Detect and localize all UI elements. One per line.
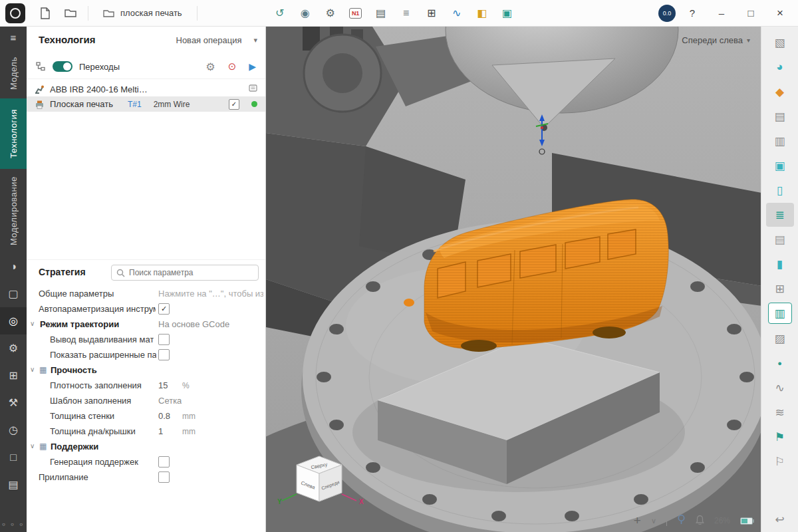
flag-icon[interactable]: ⚑ xyxy=(766,425,794,449)
hatch-icon[interactable]: ▨ xyxy=(766,327,794,350)
extruder-icon[interactable]: ▣ xyxy=(766,154,794,178)
param-row-adhesion[interactable]: Прилипание xyxy=(27,469,265,485)
checkbox[interactable] xyxy=(158,334,170,345)
frame-icon[interactable]: □ xyxy=(0,444,27,471)
printer-icon[interactable]: ▤ xyxy=(0,471,27,498)
tree-row-operation[interactable]: Плоская печать T#1 2mm Wire ✓ xyxy=(27,96,265,112)
verify-icon[interactable]: ⊙ xyxy=(228,61,237,72)
chart-icon[interactable]: ∿ xyxy=(445,3,469,23)
param-row-top-bottom[interactable]: Толщина дна/крышки 1 mm xyxy=(27,424,265,439)
new-operation-dropdown[interactable]: Новая операция ▾ xyxy=(176,35,258,45)
operation-checkbox[interactable]: ✓ xyxy=(229,99,239,110)
view-modes-icon[interactable]: ▧ xyxy=(766,31,794,55)
param-row-general[interactable]: Общие параметры Нажмите на "…", чтобы из… xyxy=(27,286,265,301)
open-project-button[interactable] xyxy=(59,3,82,23)
undo-icon[interactable]: ↺ xyxy=(268,3,292,23)
transitions-toggle[interactable] xyxy=(53,61,72,72)
tab-model[interactable]: Модель xyxy=(0,48,27,98)
slice-layers-icon[interactable]: ≣ xyxy=(766,203,794,227)
cartridge-icon[interactable]: ▯ xyxy=(766,178,794,202)
param-value[interactable]: 1 xyxy=(158,426,163,436)
param-row-infill-pattern[interactable]: Шаблон заполнения Сетка xyxy=(27,393,265,408)
param-row-advanced[interactable]: Показать расширенные пара xyxy=(27,347,265,362)
tab-technology[interactable]: Технология xyxy=(0,98,27,169)
param-row-autotool[interactable]: Автопараметризация инструм ✓ xyxy=(27,301,265,317)
probe-pin-icon[interactable] xyxy=(677,514,686,527)
calculator-icon[interactable]: ⊞ xyxy=(420,3,444,23)
chevron-down-icon[interactable]: ∨ xyxy=(30,442,35,450)
checkbox[interactable] xyxy=(158,349,170,360)
chevron-down-icon[interactable]: ∨ xyxy=(30,320,35,327)
view-orientation-label: Спереди слева xyxy=(682,35,743,45)
param-row-infill-density[interactable]: Плотность заполнения 15 % xyxy=(27,378,265,393)
param-label: Показать расширенные пара xyxy=(50,350,156,360)
workpiece-icon[interactable]: ⊞ xyxy=(0,362,27,389)
clone-parts-icon[interactable]: ⊞ xyxy=(766,277,794,301)
scene-canvas[interactable]: Сверху Слева Спереди Y X xyxy=(266,27,761,532)
param-row-wall-thickness[interactable]: Толщина стенки 0.8 mm xyxy=(27,408,265,424)
simulation-icon[interactable]: ◉ xyxy=(293,3,317,23)
palette-icon[interactable]: ◧ xyxy=(470,3,494,23)
help-button[interactable]: ? xyxy=(680,3,705,23)
navigate-icon[interactable]: ◎ xyxy=(0,307,27,334)
package-icon[interactable]: ▣ xyxy=(495,3,519,23)
printer-front-icon[interactable]: ▤ xyxy=(766,104,794,128)
new-document-button[interactable] xyxy=(33,3,57,23)
param-row-extrusion-out[interactable]: Вывод выдавливания мат xyxy=(27,332,265,347)
tree-row-machine[interactable]: ABB IRB 2400-16 Melti… xyxy=(27,82,265,96)
checkbox[interactable]: ✓ xyxy=(158,303,170,315)
param-value[interactable]: 0.8 xyxy=(158,411,170,421)
notes-icon[interactable] xyxy=(249,84,257,95)
sheet-part-icon[interactable]: ◆ xyxy=(766,80,794,104)
run-icon[interactable]: ▶ xyxy=(249,61,256,72)
view-orientation-dropdown[interactable]: Спереди слева ▾ xyxy=(682,35,750,45)
operation-settings-icon[interactable]: ⚙ xyxy=(205,61,215,73)
flag-outline-icon[interactable]: ⚐ xyxy=(766,450,794,473)
maximize-button[interactable]: □ xyxy=(738,3,763,23)
region-select-icon[interactable]: ▢ xyxy=(0,280,27,307)
report-icon[interactable]: ▤ xyxy=(369,3,393,23)
menu-button[interactable]: ≡ xyxy=(0,27,27,48)
search-input[interactable] xyxy=(111,265,259,281)
spline-icon[interactable]: ∿ xyxy=(766,376,794,400)
point-icon[interactable]: ● xyxy=(766,351,794,375)
param-value[interactable]: Сетка xyxy=(158,396,182,406)
checkbox[interactable] xyxy=(158,456,170,467)
zoom-in-button[interactable]: + xyxy=(634,513,641,528)
slicer-icon[interactable]: ▤ xyxy=(766,227,794,251)
printer-top-icon[interactable]: ▥ xyxy=(766,129,794,153)
param-value[interactable]: 15 xyxy=(158,380,168,390)
gcode-icon[interactable]: N1 xyxy=(344,3,368,23)
project-tab[interactable]: плоская печать xyxy=(94,3,192,23)
postprocessor-icon[interactable]: ≡ xyxy=(394,3,418,23)
app-logo[interactable] xyxy=(5,3,25,23)
zoom-menu-caret[interactable]: ∨ xyxy=(651,517,656,525)
param-row-support-generation[interactable]: Генерация поддержек xyxy=(27,454,265,469)
tree-structure-icon[interactable] xyxy=(36,62,46,71)
measure-icon[interactable]: ◷ xyxy=(0,416,27,444)
globe-icon[interactable]: ◕ xyxy=(766,55,794,79)
param-group-supports[interactable]: ∨ ▦ Поддержки xyxy=(27,439,265,454)
materials-icon[interactable]: ◑ xyxy=(0,253,27,280)
waves-icon[interactable]: ≋ xyxy=(766,400,794,424)
zoom-level[interactable]: 26% xyxy=(714,516,730,525)
about-badge[interactable]: 0.0 xyxy=(658,5,676,22)
viewport-3d[interactable]: Сверху Слева Спереди Y X Спереди слева ▾… xyxy=(266,27,761,532)
minimize-button[interactable]: – xyxy=(709,3,734,23)
return-arrow-icon[interactable]: ↩ xyxy=(766,507,794,531)
tab-modeling[interactable]: Моделирование xyxy=(0,169,27,253)
param-group-strength[interactable]: ∨ ▦ Прочность xyxy=(27,362,265,378)
checkbox[interactable] xyxy=(158,471,170,483)
chevron-down-icon[interactable]: ∨ xyxy=(30,366,35,373)
notifications-bell-icon[interactable] xyxy=(696,515,704,527)
vial-icon[interactable]: ▮ xyxy=(766,252,794,276)
close-button[interactable]: × xyxy=(767,3,793,23)
tools-icon[interactable]: ⚒ xyxy=(0,389,27,416)
settings-gear-icon[interactable]: ⚙ xyxy=(0,334,27,362)
param-value[interactable]: На основе GCode xyxy=(158,319,229,329)
param-row-trajectory-mode[interactable]: ∨ Режим траектории На основе GCode xyxy=(27,317,265,332)
param-value[interactable]: Нажмите на "…", чтобы изм xyxy=(158,289,263,299)
gcode-frame-icon[interactable]: ▥ xyxy=(768,303,792,324)
machine-setup-icon[interactable]: ⚙ xyxy=(319,3,342,23)
param-unit: mm xyxy=(182,412,196,421)
